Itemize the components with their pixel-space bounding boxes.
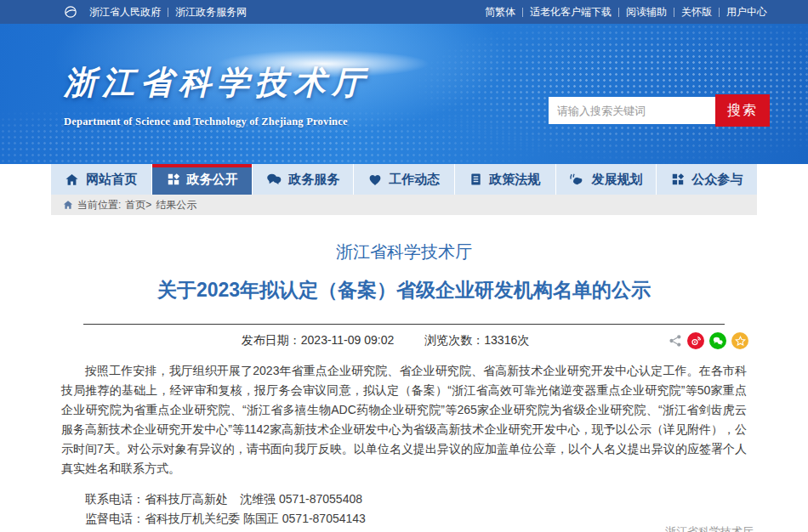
breadcrumb: 当前位置: 首页> 结果公示: [51, 195, 757, 215]
site-logo[interactable]: 浙江省科学技术厅 Department of Science and Techn…: [64, 61, 370, 128]
topbar-left-links: 浙江省人民政府 浙江政务服务网: [64, 5, 247, 20]
wechat-share-icon[interactable]: [709, 332, 726, 349]
nav-label: 发展规划: [591, 172, 642, 188]
search-button[interactable]: 搜索: [715, 94, 770, 127]
link-care-version[interactable]: 关怀版: [681, 5, 712, 20]
nav-item-work-news[interactable]: 工作动态: [354, 164, 455, 195]
address-line: 地址：杭州市环城西路33号 邮编：310006: [61, 529, 747, 532]
share-toolbar: [669, 332, 748, 349]
home-icon: [65, 173, 79, 187]
divider: [522, 8, 523, 17]
top-utility-bar: 浙江省人民政府 浙江政务服务网 简繁体 适老化客户端下载 阅读辅助 关怀版 用户…: [0, 0, 808, 24]
site-name-chinese: 浙江省科学技术厅: [64, 61, 370, 105]
article-meta: 发布日期：2023-11-09 09:02 浏览次数：13316次: [51, 325, 757, 349]
footer-signature: 浙江省科学技术厅: [665, 525, 754, 532]
grid-icon: [167, 173, 180, 186]
breadcrumb-current: 结果公示: [156, 198, 196, 212]
share-icon[interactable]: [669, 334, 682, 348]
nav-label: 工作动态: [389, 172, 440, 188]
article-organization: 浙江省科学技术厅: [51, 241, 757, 263]
nav-label: 政务公开: [187, 172, 238, 188]
document-icon: [469, 173, 482, 186]
divider: [719, 8, 720, 17]
nav-label: 政策法规: [489, 172, 540, 188]
chat-icon: [266, 173, 282, 186]
search-input[interactable]: [549, 97, 715, 124]
contact-block: 联系电话：省科技厅高新处 沈维强 0571-87055408 监督电话：省科技厅…: [51, 490, 757, 532]
nav-item-gov-services[interactable]: 政务服务: [253, 164, 354, 195]
link-gov-service-site[interactable]: 浙江政务服务网: [175, 5, 247, 20]
link-simplified-traditional[interactable]: 简繁体: [485, 5, 515, 20]
divider: [674, 8, 674, 17]
divider: [618, 8, 619, 17]
government-globe-icon: [64, 5, 77, 19]
weibo-share-icon[interactable]: [687, 332, 704, 349]
favorite-share-icon[interactable]: [731, 332, 748, 349]
main-navigation: 网站首页 政务公开 政务服务 工作动态 政策法规 发展规划 公众参与: [0, 164, 808, 195]
site-name-english: Department of Science and Technology of …: [64, 116, 370, 128]
link-reading-assist[interactable]: 阅读辅助: [626, 5, 667, 20]
home-small-icon: [63, 200, 73, 210]
grid-icon: [671, 173, 685, 186]
nav-item-policies[interactable]: 政策法规: [455, 164, 556, 195]
divider: [168, 8, 168, 17]
article-body: 按照工作安排，我厅组织开展了2023年省重点企业研究院、省企业研究院、省高新技术…: [61, 361, 747, 478]
nav-label: 公众参与: [691, 172, 743, 188]
publish-date: 发布日期：2023-11-09 09:02: [242, 333, 395, 348]
nav-item-home[interactable]: 网站首页: [51, 164, 152, 195]
link-user-center[interactable]: 用户中心: [726, 5, 767, 20]
article-title: 关于2023年拟认定（备案）省级企业研发机构名单的公示: [51, 277, 757, 303]
site-banner: 浙江省科学技术厅 Department of Science and Techn…: [0, 24, 808, 164]
nav-label: 网站首页: [86, 172, 137, 188]
topbar-right-links: 简繁体 适老化客户端下载 阅读辅助 关怀版 用户中心: [485, 5, 767, 20]
nav-item-gov-disclosure[interactable]: 政务公开: [152, 164, 253, 195]
link-provincial-government[interactable]: 浙江省人民政府: [89, 5, 161, 20]
nav-item-development-plans[interactable]: 发展规划: [556, 164, 657, 195]
link-elderly-client-download[interactable]: 适老化客户端下载: [530, 5, 612, 20]
breadcrumb-prefix: 当前位置:: [77, 198, 121, 212]
nav-item-public-participation[interactable]: 公众参与: [657, 164, 757, 195]
breadcrumb-home-link[interactable]: 首页>: [125, 198, 151, 212]
view-count: 浏览次数：13316次: [424, 333, 529, 348]
handshake-icon: [569, 173, 584, 186]
heart-icon: [368, 173, 382, 186]
site-search: 搜索: [549, 94, 770, 127]
article-content: 浙江省科学技术厅 关于2023年拟认定（备案）省级企业研发机构名单的公示 发布日…: [51, 241, 757, 532]
nav-label: 政务服务: [288, 172, 339, 188]
contact-phone: 联系电话：省科技厅高新处 沈维强 0571-87055408: [61, 490, 747, 509]
supervision-phone: 监督电话：省科技厅机关纪委 陈国正 0571-87054143: [61, 509, 747, 529]
